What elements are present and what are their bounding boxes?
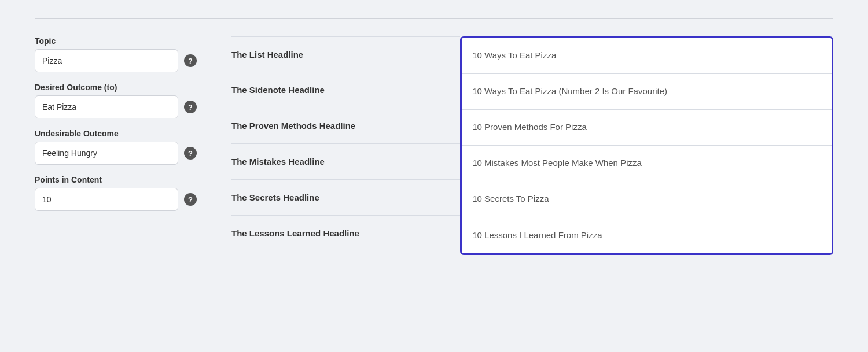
headline-label-3: The Mistakes Headline	[231, 144, 460, 180]
main-content: Topic?Desired Outcome (to)?Undesirable O…	[35, 36, 833, 255]
value-column: 10 Ways To Eat Pizza10 Ways To Eat Pizza…	[462, 38, 832, 253]
title-divider	[35, 18, 833, 19]
headline-label-2: The Proven Methods Headline	[231, 108, 460, 144]
help-icon-points-in-content[interactable]: ?	[184, 193, 197, 206]
headline-value-1: 10 Ways To Eat Pizza (Number 2 Is Our Fa…	[462, 74, 832, 110]
field-group-undesirable-outcome: Undesirable Outcome?	[35, 129, 197, 165]
input-topic[interactable]	[35, 49, 178, 72]
headline-label-4: The Secrets Headline	[231, 180, 460, 216]
headline-label-0: The List Headline	[231, 36, 460, 72]
help-icon-desired-outcome[interactable]: ?	[184, 101, 197, 113]
page-wrapper: Topic?Desired Outcome (to)?Undesirable O…	[12, 0, 856, 278]
headlines-table-container: The List HeadlineThe Sidenote HeadlineTh…	[231, 36, 833, 255]
help-icon-undesirable-outcome[interactable]: ?	[184, 147, 197, 160]
right-panel: The List HeadlineThe Sidenote HeadlineTh…	[231, 36, 833, 255]
label-topic: Topic	[35, 36, 197, 46]
headline-label-1: The Sidenote Headline	[231, 72, 460, 108]
label-points-in-content: Points in Content	[35, 175, 197, 184]
field-group-points-in-content: Points in Content?	[35, 175, 197, 211]
input-desired-outcome[interactable]	[35, 95, 178, 118]
field-group-desired-outcome: Desired Outcome (to)?	[35, 83, 197, 118]
field-row-undesirable-outcome: ?	[35, 142, 197, 165]
field-row-topic: ?	[35, 49, 197, 72]
input-undesirable-outcome[interactable]	[35, 142, 178, 165]
label-undesirable-outcome: Undesirable Outcome	[35, 129, 197, 138]
headline-value-0: 10 Ways To Eat Pizza	[462, 38, 832, 74]
field-row-desired-outcome: ?	[35, 95, 197, 118]
field-group-topic: Topic?	[35, 36, 197, 72]
left-panel: Topic?Desired Outcome (to)?Undesirable O…	[35, 36, 197, 211]
help-icon-topic[interactable]: ?	[184, 54, 197, 67]
input-points-in-content[interactable]	[35, 188, 178, 211]
headline-value-3: 10 Mistakes Most People Make When Pizza	[462, 146, 832, 181]
headline-value-5: 10 Lessons I Learned From Pizza	[462, 217, 832, 253]
label-desired-outcome: Desired Outcome (to)	[35, 83, 197, 92]
headline-label-5: The Lessons Learned Headline	[231, 216, 460, 251]
label-column: The List HeadlineThe Sidenote HeadlineTh…	[231, 36, 460, 255]
headline-value-2: 10 Proven Methods For Pizza	[462, 110, 832, 146]
field-row-points-in-content: ?	[35, 188, 197, 211]
headline-value-4: 10 Secrets To Pizza	[462, 181, 832, 217]
value-column-wrapper: 10 Ways To Eat Pizza10 Ways To Eat Pizza…	[460, 36, 833, 255]
